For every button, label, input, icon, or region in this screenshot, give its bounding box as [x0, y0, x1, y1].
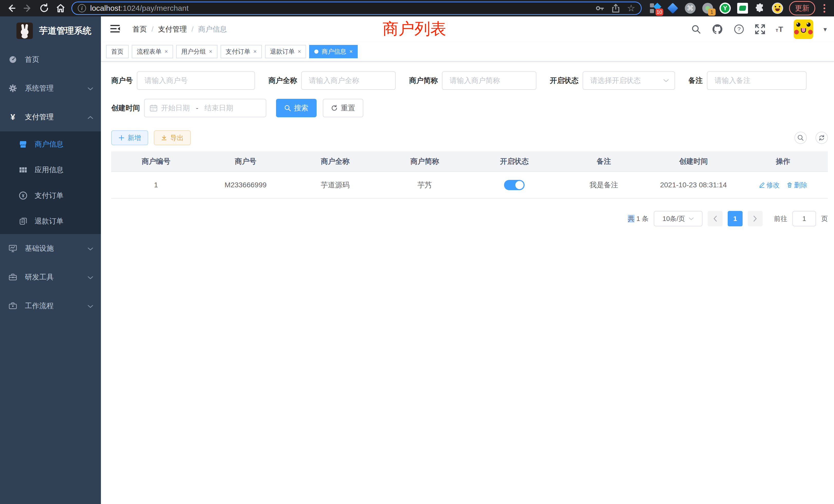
sidebar-item-home[interactable]: 首页	[0, 45, 101, 74]
github-icon[interactable]	[711, 23, 723, 35]
sidebar-item-label: 工作流程	[25, 301, 88, 311]
sidebar-item-payment[interactable]: ¥ 支付管理	[0, 102, 101, 131]
add-button[interactable]: 新增	[111, 130, 148, 145]
bookmark-star-icon[interactable]: ☆	[627, 4, 635, 13]
cell-full-name: 芋道源码	[290, 172, 380, 198]
font-size-icon[interactable]: тT	[776, 25, 784, 33]
refresh-icon	[331, 105, 338, 111]
avatar-caret-icon[interactable]: ▾	[824, 25, 827, 33]
close-icon[interactable]: ×	[349, 48, 353, 55]
extension-chat-icon[interactable]	[737, 2, 748, 14]
status-toggle[interactable]	[504, 180, 525, 190]
tab-merchant-info[interactable]: 商户信息×	[309, 45, 358, 58]
full-name-input[interactable]	[301, 71, 396, 90]
browser-profile-avatar[interactable]	[772, 2, 784, 14]
svg-text:?: ?	[738, 26, 741, 32]
tab-home[interactable]: 首页	[106, 45, 129, 58]
main-area: 商户列表 首页 / 支付管理 / 商户信息	[101, 17, 834, 504]
browser-reload-button[interactable]	[37, 1, 51, 16]
table-search-toggle-button[interactable]	[794, 132, 807, 144]
sidebar-item-app-info[interactable]: 应用信息	[0, 157, 101, 183]
export-button[interactable]: 导出	[154, 130, 191, 145]
extension-recorder-icon[interactable]: 1	[702, 2, 714, 14]
browser-update-button[interactable]: 更新	[789, 1, 815, 16]
document-icon	[19, 217, 27, 225]
browser-chrome: i localhost:1024/pay/merchant ☆ 10 ⌘ 1 Y	[0, 0, 834, 17]
close-icon[interactable]: ×	[254, 48, 257, 55]
share-icon[interactable]	[611, 4, 620, 13]
extension-blocks-icon[interactable]: 10	[650, 2, 661, 14]
merchant-no-input[interactable]	[137, 71, 255, 90]
screen: i localhost:1024/pay/merchant ☆ 10 ⌘ 1 Y	[0, 0, 834, 504]
short-name-input[interactable]	[442, 71, 536, 90]
tab-user-group[interactable]: 用户分组×	[176, 45, 218, 58]
sidebar-collapse-button[interactable]	[110, 24, 120, 34]
next-page-button[interactable]	[748, 211, 763, 226]
close-icon[interactable]: ×	[298, 48, 301, 55]
remark-input[interactable]	[707, 71, 807, 90]
cell-merchant-id: 1	[111, 172, 201, 198]
site-info-icon[interactable]: i	[78, 4, 86, 12]
date-range-input[interactable]: 开始日期 - 结束日期	[144, 99, 266, 117]
filter-row-1: 商户号 商户全称 商户简称 开启状态 请选择开启状态	[111, 71, 828, 90]
col-merchant-no: 商户号	[201, 152, 290, 171]
search-icon	[284, 105, 291, 111]
user-avatar[interactable]	[794, 20, 813, 39]
goto-label: 前往	[774, 214, 787, 223]
sidebar-item-pay-order[interactable]: ¥ 支付订单	[0, 183, 101, 208]
delete-link[interactable]: 删除	[787, 181, 808, 190]
extension-kite-icon[interactable]	[667, 2, 679, 14]
extension-y-icon[interactable]: Y	[719, 2, 731, 14]
tab-pay-order[interactable]: 支付订单×	[221, 45, 262, 58]
browser-back-button[interactable]	[4, 1, 19, 16]
table-refresh-button[interactable]	[815, 132, 828, 144]
password-key-icon[interactable]	[595, 4, 605, 13]
sidebar-item-system[interactable]: 系统管理	[0, 74, 101, 102]
browser-forward-button[interactable]	[21, 1, 35, 16]
header-search-icon[interactable]	[691, 24, 701, 35]
page-number-1[interactable]: 1	[728, 211, 743, 226]
goto-page-input[interactable]	[792, 211, 816, 226]
breadcrumb-payment[interactable]: 支付管理	[158, 24, 187, 34]
calendar-icon	[150, 104, 157, 112]
toolbox-icon	[8, 273, 17, 281]
edit-link[interactable]: 修改	[759, 181, 780, 190]
sidebar-item-workflow[interactable]: 工作流程	[0, 292, 101, 320]
breadcrumb-home[interactable]: 首页	[132, 24, 147, 34]
breadcrumb: 首页 / 支付管理 / 商户信息	[132, 24, 227, 34]
sidebar-item-refund-order[interactable]: 退款订单	[0, 208, 101, 234]
url-bar[interactable]: i localhost:1024/pay/merchant ☆	[71, 2, 642, 15]
page-size-select[interactable]: 10条/页	[654, 211, 703, 226]
reset-button[interactable]: 重置	[323, 99, 363, 117]
help-icon[interactable]: ?	[733, 24, 744, 35]
merchant-table: 商户编号 商户号 商户全称 商户简称 开启状态 备注 创建时间 操作 1 M23…	[111, 152, 828, 199]
col-create-time: 创建时间	[649, 152, 738, 171]
close-icon[interactable]: ×	[164, 48, 168, 55]
browser-home-button[interactable]	[53, 1, 68, 16]
browser-menu-icon[interactable]	[821, 4, 828, 13]
prev-page-button[interactable]	[708, 211, 723, 226]
top-navbar: 首页 / 支付管理 / 商户信息 ?	[101, 17, 834, 42]
reload-icon	[39, 3, 49, 13]
annotation-title: 商户列表	[382, 18, 446, 40]
search-button[interactable]: 搜索	[276, 99, 316, 117]
fullscreen-icon[interactable]	[755, 24, 765, 35]
cell-merchant-no: M233666999	[201, 172, 290, 198]
chevron-down-icon	[88, 273, 93, 281]
extensions-puzzle-icon[interactable]	[754, 2, 766, 14]
close-icon[interactable]: ×	[209, 48, 212, 55]
total-count: 共 1 条	[628, 214, 649, 223]
extension-command-icon[interactable]: ⌘	[684, 2, 696, 14]
col-remark: 备注	[559, 152, 649, 171]
page-suffix: 页	[821, 214, 828, 223]
sidebar-item-infra[interactable]: 基础设施	[0, 234, 101, 263]
browser-extensions: 10 ⌘ 1 Y 更新	[647, 1, 830, 16]
sidebar-item-label: 首页	[25, 55, 93, 64]
sidebar-item-devtools[interactable]: 研发工具	[0, 263, 101, 292]
status-select[interactable]: 请选择开启状态	[583, 71, 675, 90]
tab-refund-order[interactable]: 退款订单×	[265, 45, 306, 58]
sidebar-logo[interactable]: 芋道管理系统	[0, 17, 101, 45]
sidebar-item-merchant-info[interactable]: 商户信息	[0, 131, 101, 157]
tab-process-form[interactable]: 流程表单×	[132, 45, 173, 58]
remark-label: 备注	[688, 76, 703, 86]
